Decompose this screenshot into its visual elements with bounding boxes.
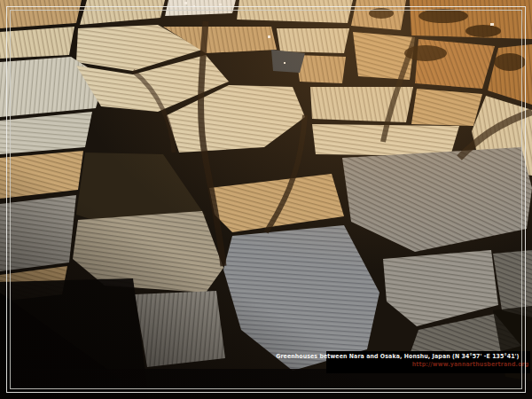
aerial-photo-greenhouses — [0, 0, 532, 399]
caption-bar: Greenhouses between Nara and Osaka, Hons… — [326, 351, 530, 373]
caption-url: http://www.yannarthusbertrand.org — [411, 362, 528, 367]
wallpaper-stage: Greenhouses between Nara and Osaka, Hons… — [0, 0, 532, 399]
photo-shadows-and-light — [0, 0, 532, 399]
caption-title: Greenhouses between Nara and Osaka, Hons… — [277, 354, 520, 359]
